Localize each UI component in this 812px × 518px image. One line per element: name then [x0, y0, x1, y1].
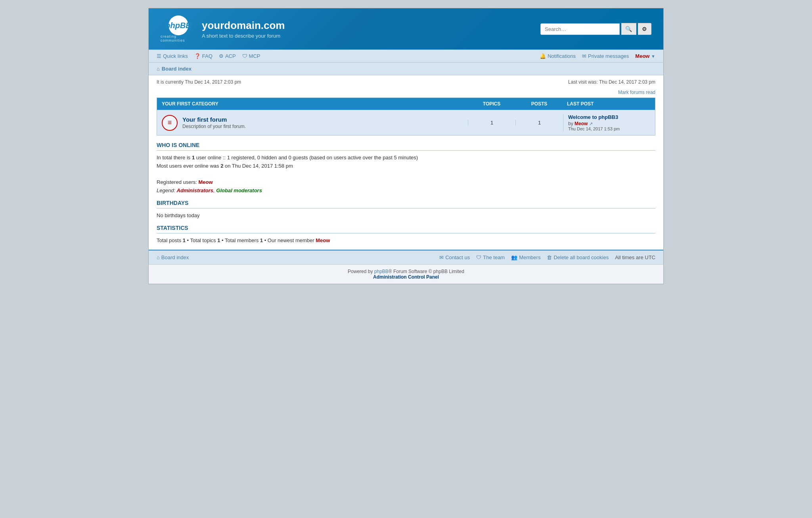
the-team-label: The team: [483, 254, 505, 260]
newest-member-link[interactable]: Meow: [316, 237, 330, 243]
search-button[interactable]: 🔍: [621, 23, 636, 35]
max-online-post: on Thu Dec 14, 2017 1:58 pm: [223, 163, 293, 169]
footer-nav: ⌂ Board index ✉ Contact us 🛡 The team 👥 …: [149, 250, 663, 264]
stats-pre: Total posts: [157, 237, 183, 243]
lastpost-view-icon: ↗: [589, 121, 593, 126]
mark-forums-read-link[interactable]: Mark forums read: [618, 90, 655, 95]
site-description: A short text to describe your forum: [202, 33, 285, 39]
registered-user-link[interactable]: Meow: [199, 179, 213, 185]
footer-board-index-label: Board index: [161, 254, 189, 260]
nav-right: 🔔 Notifications ✉ Private messages Meow …: [540, 53, 655, 59]
members-link[interactable]: 👥 Members: [511, 254, 540, 260]
max-online-pre: Most users ever online was: [157, 163, 220, 169]
legend-mod-link[interactable]: Global moderators: [216, 187, 262, 193]
mcp-link[interactable]: 🛡 MCP: [242, 53, 260, 59]
shield-icon: 🛡: [242, 53, 247, 59]
home-icon: ⌂: [157, 66, 160, 72]
footer-right: ✉ Contact us 🛡 The team 👥 Members 🗑 Dele…: [439, 254, 655, 260]
delete-cookies-label: Delete all board cookies: [553, 254, 609, 260]
last-visit: Last visit was: Thu Dec 14, 2017 2:03 pm: [568, 79, 655, 85]
powered-by-line: Powered by phpBB® Forum Software © phpBB…: [153, 269, 659, 274]
contact-us-label: Contact us: [445, 254, 470, 260]
board-index-breadcrumb[interactable]: ⌂ Board index: [157, 66, 192, 72]
main-content: It is currently Thu Dec 14, 2017 2:03 pm…: [149, 75, 663, 245]
forum-title-link[interactable]: Your first forum: [182, 116, 227, 123]
site-title-area: yourdomain.com A short text to describe …: [202, 19, 285, 39]
gear-icon: ⚙: [219, 53, 224, 59]
col-topics-header: TOPICS: [468, 101, 515, 107]
stats-sep3: • Our newest member: [263, 237, 316, 243]
online-line1: In total there is 1 user online :: 1 reg…: [157, 154, 655, 162]
forum-topics-count: 1: [468, 120, 515, 126]
legend-label-em: Legend: Administrators, Global moderator…: [157, 187, 262, 193]
advanced-search-button[interactable]: ⚙: [638, 23, 651, 35]
logo-tagline: creating communities: [161, 34, 196, 42]
acp-label: ACP: [225, 53, 236, 59]
forum-row: ≡ Your first forum Description of your f…: [157, 110, 655, 135]
footer-bottom: Powered by phpBB® Forum Software © phpBB…: [149, 264, 663, 284]
lastpost-title-link[interactable]: Welcome to phpBB3: [568, 114, 618, 120]
private-messages-link[interactable]: ✉ Private messages: [582, 53, 629, 59]
quick-links-menu[interactable]: ☰ Quick links: [157, 53, 188, 59]
forum-posts-count: 1: [515, 120, 563, 126]
user-menu[interactable]: Meow ▼: [635, 53, 655, 59]
timezone-label: All times are UTC: [615, 254, 655, 260]
footer-board-index-link[interactable]: ⌂ Board index: [157, 254, 189, 260]
total-members: 1: [260, 237, 263, 243]
bell-icon: 🔔: [540, 53, 546, 59]
acp-footer-link[interactable]: Administration Control Panel: [373, 274, 439, 280]
forum-description: Description of your first forum.: [182, 124, 468, 129]
question-icon: ❓: [194, 53, 201, 59]
current-time: It is currently Thu Dec 14, 2017 2:03 pm: [157, 79, 241, 85]
who-is-online-content: In total there is 1 user online :: 1 reg…: [157, 154, 655, 195]
envelope-icon: ✉: [582, 53, 586, 59]
birthdays-content: No birthdays today: [157, 212, 655, 220]
lastpost-by-label: by: [568, 121, 573, 126]
forum-lastpost: Welcome to phpBB3 by Meow ↗ Thu Dec 14, …: [563, 114, 650, 131]
hamburger-icon: ☰: [157, 53, 161, 59]
members-label: Members: [519, 254, 540, 260]
birthdays-title: BIRTHDAYS: [157, 200, 655, 208]
notifications-label: Notifications: [548, 53, 576, 59]
mcp-label: MCP: [249, 53, 260, 59]
powered-by-pre: Powered by: [348, 269, 374, 274]
notifications-link[interactable]: 🔔 Notifications: [540, 53, 576, 59]
stats-sep1: • Total topics: [186, 237, 217, 243]
search-area: 🔍 ⚙: [540, 23, 651, 35]
stats-sep2: • Total members: [220, 237, 260, 243]
category-header: YOUR FIRST CATEGORY TOPICS POSTS LAST PO…: [157, 98, 655, 110]
the-team-link[interactable]: 🛡 The team: [476, 254, 505, 260]
logo-circle: phpBB: [169, 15, 188, 35]
forum-list-icon: ≡: [168, 119, 172, 127]
total-posts: 1: [183, 237, 186, 243]
legend-line: Legend: Administrators, Global moderator…: [157, 187, 655, 195]
birthdays-section: BIRTHDAYS No birthdays today: [157, 200, 655, 220]
registered-users-line: Registered users: Meow: [157, 178, 655, 187]
legend-label: Legend:: [157, 187, 177, 193]
faq-link[interactable]: ❓ FAQ: [194, 53, 213, 59]
forum-info: Your first forum Description of your fir…: [182, 116, 468, 129]
acp-link[interactable]: ⚙ ACP: [219, 53, 236, 59]
nav-left: ☰ Quick links ❓ FAQ ⚙ ACP 🛡 MCP: [157, 53, 260, 59]
navbar: ☰ Quick links ❓ FAQ ⚙ ACP 🛡 MCP 🔔 Notifi…: [149, 50, 663, 63]
legend-admin-link[interactable]: Administrators: [177, 187, 213, 193]
dropdown-arrow-icon: ▼: [651, 54, 655, 59]
col-posts-header: POSTS: [515, 101, 563, 107]
site-title: yourdomain.com: [202, 19, 285, 32]
online-line2: Most users ever online was 2 on Thu Dec …: [157, 162, 655, 170]
contact-icon: ✉: [439, 254, 444, 260]
quick-links-label: Quick links: [163, 53, 188, 59]
lastpost-user-link[interactable]: Meow: [575, 121, 588, 126]
delete-cookies-link[interactable]: 🗑 Delete all board cookies: [547, 254, 609, 260]
breadcrumb-bar: ⌂ Board index: [149, 63, 663, 75]
phpbb-logo: phpBB creating communities: [161, 15, 196, 42]
lastpost-by: by Meow ↗: [568, 121, 650, 126]
statistics-section: STATISTICS Total posts 1 • Total topics …: [157, 225, 655, 245]
cookies-icon: 🗑: [547, 254, 552, 260]
search-input[interactable]: [540, 23, 620, 35]
registered-users-label: Registered users:: [157, 179, 199, 185]
phpbb-link[interactable]: phpBB: [374, 269, 389, 274]
contact-us-link[interactable]: ✉ Contact us: [439, 254, 470, 260]
board-index-label: Board index: [162, 66, 192, 72]
footer-left: ⌂ Board index: [157, 254, 189, 260]
